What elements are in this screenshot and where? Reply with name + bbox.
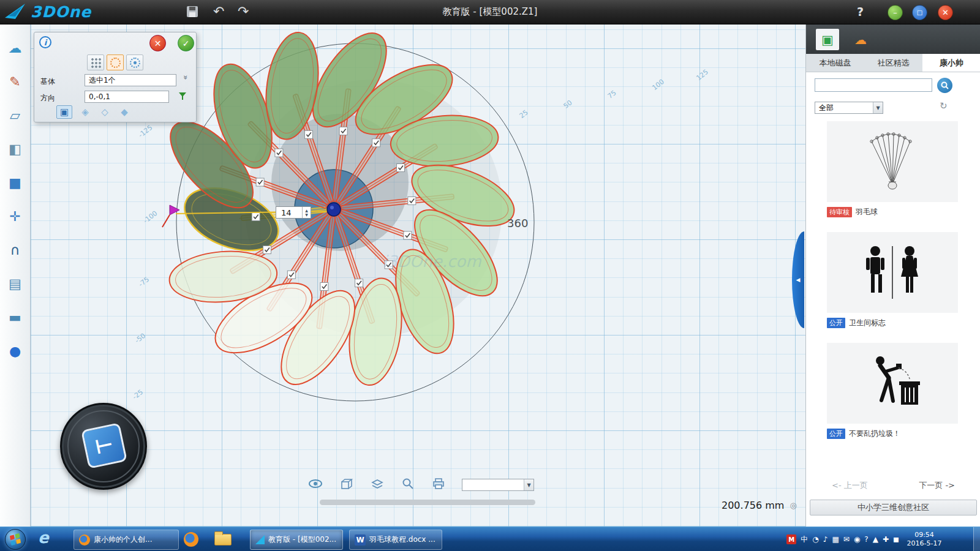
panel-tab-2[interactable]: 康小帅	[922, 54, 980, 72]
pattern-count-value[interactable]: 14	[276, 208, 302, 217]
tray-icon-5[interactable]: ◉	[854, 535, 860, 544]
point-pattern-button[interactable]	[126, 54, 143, 70]
minimize-button[interactable]: –	[888, 5, 903, 20]
boolean-subtract-button[interactable]: ◈	[77, 105, 93, 119]
boolean-keep-button[interactable]: ◆	[116, 105, 132, 119]
pattern-instance[interactable]	[148, 173, 352, 348]
display-mode-cube-icon[interactable]	[339, 478, 354, 492]
pattern-instance[interactable]	[306, 181, 500, 377]
tray-icon-3[interactable]: ▦	[832, 535, 839, 544]
pattern-checkbox[interactable]	[263, 246, 271, 254]
tray-icon-4[interactable]: ✉	[843, 535, 850, 544]
pattern-instance[interactable]	[298, 24, 475, 228]
pattern-checkbox[interactable]	[320, 283, 328, 291]
taskbar-button-0[interactable]: 康小帅的个人创...	[74, 530, 179, 550]
pattern-checkbox[interactable]	[256, 178, 264, 186]
start-button[interactable]	[5, 529, 26, 550]
move-tool-icon[interactable]: ✛	[5, 206, 26, 226]
spinner-down-icon[interactable]: ▼	[305, 212, 308, 217]
pick-direction-icon[interactable]	[178, 91, 187, 103]
paint-render-icon[interactable]: ✎	[5, 72, 26, 91]
tray-icon-0[interactable]: 中	[801, 534, 808, 545]
measure-target-icon[interactable]: ◎	[790, 501, 796, 510]
horizontal-scrollbar[interactable]	[320, 500, 535, 505]
prev-page-link[interactable]: <- 上一页	[832, 480, 868, 491]
expand-chevron-icon[interactable]: »	[181, 75, 190, 80]
help-button[interactable]: ?	[857, 5, 864, 18]
boolean-add-button[interactable]: ▣	[56, 105, 72, 119]
model-card-0[interactable]: 待审核羽毛球	[827, 121, 958, 217]
pattern-instance[interactable]	[292, 201, 439, 403]
community-home-button[interactable]: 中小学三维创意社区	[810, 500, 977, 515]
visibility-eye-icon[interactable]	[307, 478, 323, 492]
pattern-checkbox[interactable]	[372, 139, 380, 147]
layers-icon[interactable]	[370, 478, 385, 492]
zoom-icon[interactable]	[401, 478, 415, 492]
eraser-icon[interactable]: ◧	[5, 139, 26, 159]
magnet-tool-icon[interactable]: ∩	[5, 240, 26, 260]
taskbar-button-2[interactable]: W羽毛球教程.docx ...	[349, 530, 442, 550]
maximize-button[interactable]: □	[912, 5, 927, 20]
material-sphere-icon[interactable]: ●	[5, 341, 26, 361]
pattern-instance[interactable]	[168, 41, 362, 236]
pattern-checkbox[interactable]	[275, 149, 283, 157]
measure-icon[interactable]: ▬	[5, 307, 26, 327]
pattern-instance[interactable]	[264, 211, 379, 402]
spinner-arrows[interactable]: ▲ ▼	[302, 207, 311, 218]
next-page-link[interactable]: 下一页 ->	[919, 480, 955, 491]
view-cube[interactable]: ⊢	[60, 403, 147, 490]
tray-icon-8[interactable]: ✚	[883, 535, 889, 544]
pattern-instance[interactable]	[336, 143, 527, 254]
taskbar-clock[interactable]: 09:54 2016-5-17	[904, 531, 944, 548]
model-card-1[interactable]: 公开卫生间标志	[827, 232, 958, 328]
tray-icon-9[interactable]: ◼	[893, 535, 899, 544]
pattern-checkbox[interactable]	[404, 231, 412, 239]
pattern-instance[interactable]	[315, 70, 519, 245]
pattern-checkbox[interactable]	[355, 279, 363, 287]
combo-dropdown-icon[interactable]: ▼	[524, 479, 533, 490]
linear-pattern-button[interactable]	[87, 54, 104, 70]
pattern-checkbox[interactable]	[287, 271, 295, 279]
panel-tab-0[interactable]: 本地磁盘	[806, 54, 864, 72]
explorer-folder-icon[interactable]	[214, 534, 232, 545]
pattern-instance[interactable]	[192, 190, 369, 394]
show-desktop-button[interactable]	[973, 527, 980, 551]
base-field[interactable]: 选中1个	[85, 74, 176, 86]
confirm-button[interactable]: ✓	[178, 35, 194, 51]
spinner-up-icon[interactable]: ▲	[305, 208, 308, 212]
cloud-import-icon[interactable]: ☁	[5, 38, 26, 58]
pattern-instance[interactable]	[325, 167, 527, 317]
direction-arrow[interactable]	[170, 205, 179, 215]
pattern-checkbox[interactable]	[408, 197, 416, 204]
cancel-button[interactable]: ✕	[149, 35, 166, 51]
pattern-checkbox[interactable]	[304, 130, 312, 138]
taskbar-button-1[interactable]: 教育版 - [模型002...	[250, 530, 343, 550]
pattern-instance[interactable]	[228, 24, 375, 217]
print-icon[interactable]	[431, 478, 446, 492]
library-tab-icon[interactable]: ▣	[816, 29, 839, 50]
ie-icon[interactable]: e	[38, 528, 49, 547]
search-input[interactable]	[815, 78, 932, 92]
refresh-icon[interactable]: ↻	[940, 100, 948, 111]
pattern-checkbox[interactable]	[252, 213, 260, 221]
close-button[interactable]: ✕	[938, 5, 953, 20]
sketch-plane-icon[interactable]: ▱	[5, 105, 26, 125]
pattern-checkbox[interactable]	[339, 127, 347, 135]
viewport-canvas[interactable]: i3DOne.com 360 14 ▲ ▼ i ✕ ✓ 基体 选中1个 » 方向…	[31, 24, 805, 527]
pattern-checkbox[interactable]	[397, 163, 405, 171]
solid-cube-icon[interactable]: ■	[5, 173, 26, 192]
view-cube-face[interactable]: ⊢	[81, 422, 127, 469]
pattern-instance[interactable]	[140, 100, 342, 250]
search-button[interactable]	[937, 78, 952, 93]
direction-field[interactable]: 0,-0,1	[85, 91, 169, 103]
assembly-icon[interactable]: ▤	[5, 274, 26, 293]
circular-pattern-button[interactable]	[107, 54, 124, 70]
tray-icon-2[interactable]: ♪	[823, 535, 828, 544]
tray-icon-7[interactable]: ▲	[873, 535, 878, 544]
firefox-icon[interactable]	[184, 532, 198, 547]
pattern-instance[interactable]	[288, 24, 404, 207]
tray-icon-1[interactable]: ◔	[812, 535, 818, 544]
pattern-count-input[interactable]: 14 ▲ ▼	[276, 206, 311, 219]
tray-icon-6[interactable]: ?	[864, 535, 868, 544]
category-filter[interactable]: 全部 ▼	[815, 102, 883, 114]
